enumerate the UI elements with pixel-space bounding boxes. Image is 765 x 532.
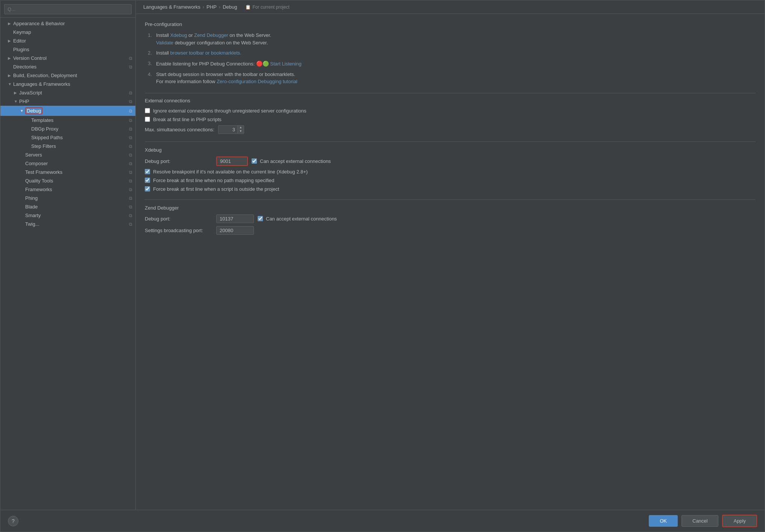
xdebug-resolve-checkbox[interactable] [145,169,150,174]
xdebug-force-outside-row[interactable]: Force break at first line when a script … [145,186,756,192]
dialog-buttons: ? OK Cancel Apply [0,510,765,532]
search-box[interactable] [0,0,135,18]
zend-accept-row[interactable]: Can accept external connections [258,216,337,222]
xdebug-force-break-checkbox[interactable] [145,178,150,183]
sidebar-item-label: Version Control [13,55,127,61]
max-connections-label: Max. simultaneous connections: [145,127,214,132]
sidebar-item-label: Keymap [13,29,132,35]
sidebar-item-directories[interactable]: Directories ⧉ [0,62,135,71]
step-num: 4. [148,71,154,78]
sidebar-item-label: Frameworks [25,187,127,192]
checkbox-ignore-external[interactable]: Ignore external connections through unre… [145,108,756,114]
sidebar-item-build[interactable]: ▶ Build, Execution, Deployment [0,71,135,80]
pre-config-title: Pre-configuration [145,21,756,27]
sidebar-item-step-filters[interactable]: Step Filters ⧉ [0,142,135,150]
sidebar-tree: ▶ Appearance & Behavior Keymap ▶ Editor … [0,18,135,510]
sidebar-item-label: Build, Execution, Deployment [13,73,132,78]
copy-icon: ⧉ [129,152,132,158]
sidebar-item-templates[interactable]: Templates ⧉ [0,116,135,125]
sidebar-item-editor[interactable]: ▶ Editor [0,36,135,45]
checkbox-break-first-line[interactable]: Break at first line in PHP scripts [145,117,756,122]
sidebar-item-blade[interactable]: Blade ⧉ [0,202,135,211]
copy-icon: ⧉ [129,204,132,210]
main-content: Languages & Frameworks › PHP › Debug 📋 F… [136,0,765,510]
sidebar-item-javascript[interactable]: ▶ JavaScript ⧉ [0,88,135,97]
spinbox-down-btn[interactable]: ▼ [238,129,244,133]
sidebar-item-dbgp[interactable]: DBGp Proxy ⧉ [0,125,135,133]
start-listening-link[interactable]: Start Listening [270,61,301,67]
xdebug-force-break-row[interactable]: Force break at first line when no path m… [145,178,756,183]
zero-config-link[interactable]: Zero-configuration Debugging tutorial [217,79,298,84]
breadcrumb-part-2: PHP [206,4,217,10]
xdebug-resolve-checkbox-row[interactable]: Resolve breakpoint if it's not available… [145,169,756,175]
max-connections-input[interactable] [219,126,237,134]
sidebar-item-frameworks[interactable]: Frameworks ⧉ [0,185,135,194]
sidebar-item-label: Templates [31,117,127,123]
xdebug-port-input[interactable] [217,157,247,165]
copy-icon: ⧉ [129,144,132,149]
break-first-line-checkbox[interactable] [145,117,150,122]
bookmarklets-link[interactable]: browser toolbar or bookmarklets. [170,50,241,56]
sidebar-item-debug[interactable]: ▼ Debug ⧉ [0,106,135,116]
sidebar-item-quality-tools[interactable]: Quality Tools ⧉ [0,176,135,185]
sidebar-item-twig[interactable]: Twig... ⧉ [0,220,135,228]
step-content: Enable listening for PHP Debug Connectio… [156,60,301,68]
sidebar-item-test-frameworks[interactable]: Test Frameworks ⧉ [0,168,135,176]
validate-link[interactable]: Validate [156,40,173,46]
ignore-external-checkbox[interactable] [145,108,150,113]
ok-button[interactable]: OK [649,515,678,527]
sidebar-item-phing[interactable]: Phing ⧉ [0,194,135,202]
zend-debugger-link[interactable]: Zend Debugger [194,32,228,38]
sidebar-item-label: Composer [25,161,127,166]
sidebar-item-version-control[interactable]: ▶ Version Control ⧉ [0,54,135,62]
zend-broadcast-input[interactable] [216,226,254,235]
zend-accept-checkbox[interactable] [258,216,263,221]
step-content: Start debug session in browser with the … [156,71,298,85]
sidebar-item-label: Appearance & Behavior [13,21,132,26]
zend-port-input[interactable] [216,214,254,223]
xdebug-title: Xdebug [145,147,756,153]
sidebar-item-label: PHP [19,99,127,104]
sidebar-item-skipped-paths[interactable]: Skipped Paths ⧉ [0,133,135,142]
xdebug-accept-row[interactable]: Can accept external connections [252,158,331,164]
sidebar-item-languages[interactable]: ▼ Languages & Frameworks [0,80,135,88]
sidebar-item-label: Phing [25,195,127,201]
spinbox-buttons: ▲ ▼ [237,126,244,133]
step-content: Install Xdebug or Zend Debugger on the W… [156,32,271,46]
ignore-external-label: Ignore external connections through unre… [153,108,307,114]
max-connections-spinbox[interactable]: ▲ ▼ [218,125,244,134]
help-button[interactable]: ? [8,516,18,526]
breadcrumb-separator: › [219,4,220,10]
breadcrumb-separator: › [203,4,204,10]
cancel-button[interactable]: Cancel [682,515,718,527]
spinbox-up-btn[interactable]: ▲ [238,126,244,129]
xdebug-link[interactable]: Xdebug [170,32,187,38]
sidebar-item-php[interactable]: ▼ PHP ⧉ [0,97,135,106]
sidebar-item-servers[interactable]: Servers ⧉ [0,150,135,159]
arrow-icon: ▶ [8,73,13,78]
sidebar-item-label: Quality Tools [25,178,127,184]
sidebar-item-plugins[interactable]: Plugins [0,45,135,54]
sidebar-item-composer[interactable]: Composer ⧉ [0,159,135,168]
sidebar-item-smarty[interactable]: Smarty ⧉ [0,211,135,220]
sidebar-item-label: DBGp Proxy [31,126,127,132]
external-connections-title: External connections [145,98,756,103]
arrow-icon: ▶ [14,91,19,95]
zend-section: Zend Debugger Debug port: Can accept ext… [145,205,756,235]
step-num: 1. [148,32,154,39]
copy-icon: ⧉ [129,108,132,114]
zend-port-row: Debug port: Can accept external connecti… [145,214,756,223]
apply-button[interactable]: Apply [722,515,757,527]
sidebar-item-appearance[interactable]: ▶ Appearance & Behavior [0,19,135,28]
sidebar-item-keymap[interactable]: Keymap [0,28,135,36]
search-input[interactable] [4,4,132,14]
xdebug-accept-checkbox[interactable] [252,158,257,164]
separator-3 [145,199,756,200]
sidebar-item-label: Languages & Frameworks [13,81,132,87]
max-connections-row: Max. simultaneous connections: ▲ ▼ [145,125,756,134]
xdebug-force-outside-checkbox[interactable] [145,186,150,192]
breadcrumb: Languages & Frameworks › PHP › Debug 📋 F… [136,0,765,14]
arrow-icon: ▶ [8,21,13,26]
step-num: 2. [148,49,154,57]
separator-2 [145,141,756,142]
